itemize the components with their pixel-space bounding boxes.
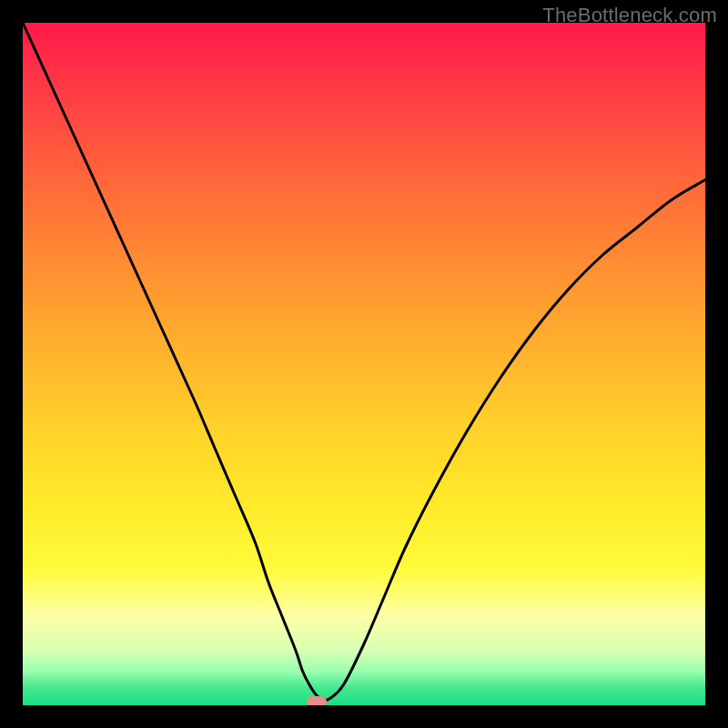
plot-area (23, 23, 705, 705)
optimum-marker (307, 696, 327, 705)
chart-frame: TheBottleneck.com (0, 0, 728, 728)
bottleneck-curve (23, 23, 705, 705)
